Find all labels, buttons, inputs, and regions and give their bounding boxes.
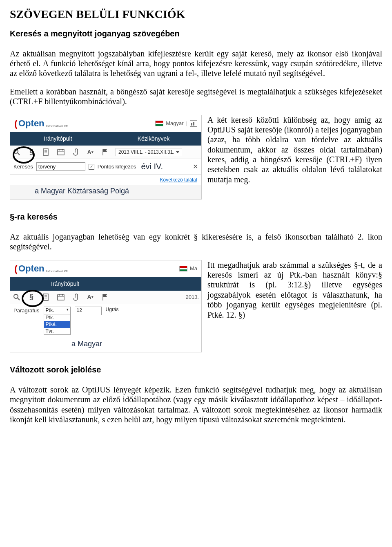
font-icon[interactable]: A▾ [86, 148, 94, 156]
result-fragment: a Magyar Köztársaság Polgá [10, 185, 201, 199]
svg-line-1 [18, 153, 20, 155]
svg-rect-16 [58, 295, 64, 300]
section-icon[interactable]: § [27, 148, 36, 156]
search-icon[interactable] [13, 148, 21, 156]
clip-icon[interactable] [71, 293, 80, 301]
language-fragment: Ma [190, 265, 197, 272]
svg-line-11 [18, 298, 20, 300]
stats-icon[interactable] [190, 120, 197, 127]
prefix-select[interactable]: Ptk.▾ Ptk. Ptké. Tvr. [44, 307, 71, 335]
flag-hu-icon [179, 266, 187, 271]
nav-iranyitopult[interactable]: Irányítópult [10, 280, 201, 287]
date-range-select[interactable]: 2013.VIII.1. - 2013.XII.31. [116, 148, 182, 157]
opten-logo: (Opten [14, 118, 45, 130]
select-option[interactable]: Ptké. [44, 321, 70, 328]
opten-logo-sub: Informatikai Kft. [46, 124, 69, 128]
svg-point-0 [14, 149, 18, 153]
paragraph-number-input[interactable]: 12 [75, 307, 102, 315]
para-sec3-1: A változott sorok az OptiJUS lényegét ké… [10, 385, 382, 425]
exact-phrase-label: Pontos kifejezés [98, 164, 136, 170]
screenshot-b: (Opten Informatikai Kft. Ma Irányítópult… [10, 260, 202, 353]
calendar-icon[interactable] [57, 148, 65, 156]
language-selector[interactable]: Magyar [166, 120, 183, 127]
svg-rect-12 [43, 294, 48, 300]
document-icon[interactable] [42, 148, 50, 156]
screenshot-a: (Opten Informatikai Kft. Magyar | Irányí… [10, 115, 202, 200]
close-icon[interactable]: ✕ [193, 163, 198, 171]
flag-icon[interactable] [101, 293, 109, 301]
next-hit-link[interactable]: Következő találat [14, 177, 197, 183]
para-intro-1: Az aktuálisan megnyitott jogszabályban k… [10, 49, 382, 78]
title-fragment: évi IV. [139, 161, 163, 171]
nav-kezikonyvek[interactable]: Kézikönyvek [106, 132, 201, 146]
nav-iranyitopult[interactable]: Irányítópult [10, 132, 106, 146]
search-field-label: Keresés [13, 164, 33, 170]
search-input[interactable] [36, 162, 85, 171]
select-option[interactable]: Ptk. [44, 314, 70, 321]
section-heading-para: §-ra keresés [10, 212, 382, 222]
svg-point-10 [14, 294, 18, 298]
date-fragment: 2013. [185, 294, 199, 300]
page-title: SZÖVEGEN BELÜLI FUNKCIÓK [10, 7, 382, 21]
section-heading-changed: Változott sorok jelölése [10, 365, 382, 374]
flag-hu-icon [155, 121, 163, 126]
font-icon[interactable]: A▾ [86, 293, 94, 301]
section-heading-search: Keresés a megnyitott joganyag szövegében [10, 29, 382, 38]
document-icon[interactable] [42, 293, 50, 301]
para-intro-2: Emellett a korábban használt, a böngésző… [10, 87, 382, 107]
search-icon[interactable] [13, 293, 21, 301]
jump-button[interactable]: Ugrás [106, 307, 119, 313]
exact-phrase-checkbox[interactable]: ✓ [89, 164, 94, 170]
result-fragment: a Magyar [10, 337, 201, 352]
svg-rect-2 [43, 149, 48, 155]
paragraph-label: Paragrafus [13, 307, 40, 314]
calendar-icon[interactable] [57, 293, 65, 301]
flag-icon[interactable] [101, 148, 109, 156]
svg-rect-6 [58, 150, 64, 155]
para-sec2-1: Az aktuális joganyagban lehetőség van eg… [10, 232, 382, 252]
select-option[interactable]: Tvr. [44, 328, 70, 335]
section-icon[interactable]: § [27, 293, 36, 301]
opten-logo: (Opten [14, 263, 45, 275]
aside-search-diff: A két kereső közötti különbség az, hogy … [207, 115, 382, 200]
opten-logo-sub: Informatikai Kft. [46, 269, 69, 274]
clip-icon[interactable] [71, 148, 80, 156]
aside-para-search: Itt megadhatjuk arab számmal a szükséges… [207, 260, 382, 353]
